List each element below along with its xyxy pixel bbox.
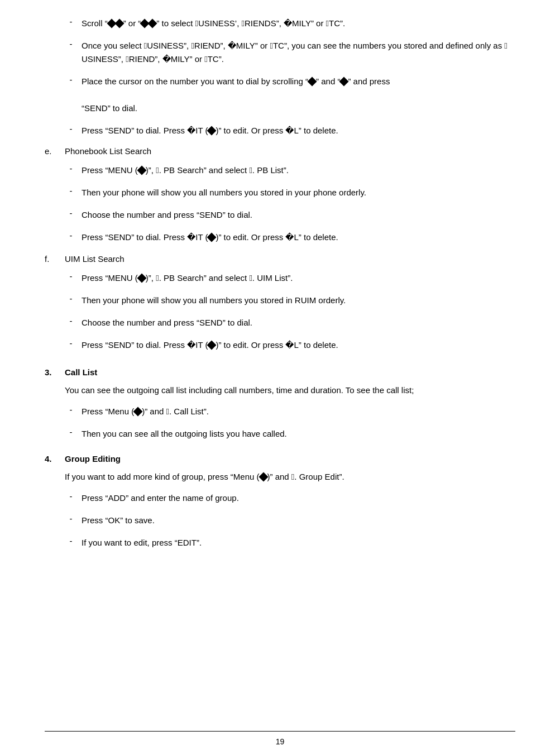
bullet-text: Choose the number and press “SEND” to di…: [82, 316, 515, 329]
diamond-icon: [207, 233, 217, 242]
list-item: - Scroll “” or “” to select 𠇋USINESS’, 𠇏…: [65, 17, 515, 30]
section-e-bullets: - Press “MENU ()”, 𠇁. PB Search” and sel…: [45, 164, 515, 244]
diamond-icon: [339, 77, 349, 87]
list-item: - Then your phone will show you all numb…: [65, 294, 515, 307]
section-bullets: - Press “ADD” and enter the name of grou…: [45, 491, 515, 549]
main-section-group-editing: 4. Group Editing If you want to add more…: [45, 454, 515, 549]
bullet-dash: -: [65, 405, 82, 414]
section-title: Phonebook List Search: [65, 146, 151, 156]
section-title: Call List: [65, 367, 97, 377]
list-item: - Press “SEND” to dial. Press �IT ()” to…: [65, 124, 515, 137]
section-bullets: - Press “Menu ()” and 𠇃. Call List”. - T…: [45, 405, 515, 441]
diamond-icon: [207, 126, 217, 136]
bullet-text: Press “MENU ()”, 𠇁. PB Search” and selec…: [82, 271, 515, 285]
section-title: UIM List Search: [65, 254, 125, 264]
list-item: - Press “MENU ()”, 𠇁. PB Search” and sel…: [65, 164, 515, 177]
section-f-bullets: - Press “MENU ()”, 𠇁. PB Search” and sel…: [45, 271, 515, 352]
section-number: 3.: [45, 367, 65, 377]
diamond-icon: [137, 166, 146, 175]
section-letter: f.: [45, 254, 65, 264]
list-item: - Then you can see all the outgoing list…: [65, 427, 515, 441]
bullet-text: If you want to edit, press “EDIT”.: [82, 536, 515, 549]
bullet-text: Once you select 𠇋USINESS”, 𠇏RIEND”, �MIL…: [82, 39, 515, 66]
bullet-dash: -: [65, 316, 82, 326]
list-item: - Press “MENU ()”, 𠇁. PB Search” and sel…: [65, 271, 515, 285]
bullet-dash: -: [65, 39, 82, 49]
section-header: 3. Call List: [45, 367, 515, 377]
diamond-icon: [133, 407, 143, 417]
bullet-text: Then your phone will show you all number…: [82, 294, 515, 307]
bullet-text: Scroll “” or “” to select 𠇋USINESS’, 𠇏RI…: [82, 17, 515, 30]
bullet-dash: -: [65, 75, 82, 84]
list-item: - Choose the number and press “SEND” to …: [65, 208, 515, 222]
top-bullets: - Scroll “” or “” to select 𠇋USINESS’, 𠇏…: [45, 17, 515, 137]
diamond-icon: [114, 19, 124, 28]
bullet-dash: -: [65, 186, 82, 195]
bullet-text: Press “ADD” and enter the name of group.: [82, 491, 515, 505]
page-number: 19: [276, 737, 285, 746]
bullet-dash: -: [65, 514, 82, 523]
list-item: - Then your phone will show you all numb…: [65, 186, 515, 199]
bullet-dash: -: [65, 427, 82, 437]
diamond-icon: [137, 274, 146, 283]
bullet-text: Press “SEND” to dial. Press �IT ()” to e…: [82, 338, 515, 352]
bullet-dash: -: [65, 294, 82, 303]
bullet-text: Place the cursor on the number you want …: [82, 75, 515, 115]
list-item: - Press “Menu ()” and 𠇃. Call List”.: [65, 405, 515, 418]
section-header: 4. Group Editing: [45, 454, 515, 463]
bullet-dash: -: [65, 17, 82, 26]
bullet-text: Press “OK” to save.: [82, 514, 515, 527]
bullet-dash: -: [65, 536, 82, 546]
list-item: - Press “SEND” to dial. Press �IT ()” to…: [65, 338, 515, 352]
section-intro: You can see the outgoing call list inclu…: [45, 384, 515, 397]
page-footer: 19: [45, 731, 515, 755]
bullet-dash: -: [65, 208, 82, 218]
bullet-text: Then you can see all the outgoing lists …: [82, 427, 515, 441]
section-number: 4.: [45, 454, 65, 463]
bullet-dash: -: [65, 164, 82, 173]
list-item: - If you want to edit, press “EDIT”.: [65, 536, 515, 549]
list-item: - Choose the number and press “SEND” to …: [65, 316, 515, 329]
bullet-text: Press “SEND” to dial. Press �IT ()” to e…: [82, 231, 515, 244]
bullet-dash: -: [65, 491, 82, 501]
list-item: - Place the cursor on the number you wan…: [65, 75, 515, 115]
bullet-text: Press “MENU ()”, 𠇁. PB Search” and selec…: [82, 164, 515, 177]
page-content: - Scroll “” or “” to select 𠇋USINESS’, 𠇏…: [0, 0, 560, 731]
bullet-text: Choose the number and press “SEND” to di…: [82, 208, 515, 222]
bullet-dash: -: [65, 271, 82, 281]
bullet-dash: -: [65, 124, 82, 133]
bullet-text: Then your phone will show you all number…: [82, 186, 515, 199]
list-item: - Press “SEND” to dial. Press �IT ()” to…: [65, 231, 515, 244]
list-item: - Once you select 𠇋USINESS”, 𠇏RIEND”, �M…: [65, 39, 515, 66]
main-section-call-list: 3. Call List You can see the outgoing ca…: [45, 367, 515, 441]
section-f: f. UIM List Search: [45, 254, 515, 264]
diamond-icon: [308, 77, 317, 87]
diamond-icon: [259, 472, 268, 482]
bullet-dash: -: [65, 231, 82, 240]
diamond-icon: [207, 341, 217, 350]
list-item: - Press “OK” to save.: [65, 514, 515, 527]
section-title: Group Editing: [65, 454, 121, 463]
bullet-text: Press “Menu ()” and 𠇃. Call List”.: [82, 405, 515, 418]
diamond-icon: [148, 19, 157, 28]
bullet-text: Press “SEND” to dial. Press �IT ()” to e…: [82, 124, 515, 137]
section-e: e. Phonebook List Search: [45, 146, 515, 156]
list-item: - Press “ADD” and enter the name of grou…: [65, 491, 515, 505]
bullet-dash: -: [65, 338, 82, 348]
section-intro: If you want to add more kind of group, p…: [45, 470, 515, 484]
section-letter: e.: [45, 146, 65, 156]
